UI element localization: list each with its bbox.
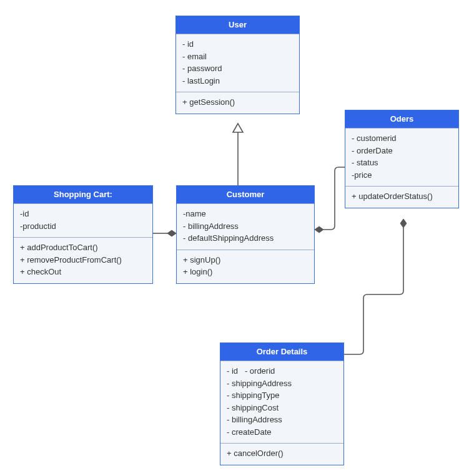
rel-cart-customer xyxy=(153,230,176,236)
attr: - status xyxy=(352,157,452,169)
class-shopping-cart: Shopping Cart: -id -productid + addProdu… xyxy=(13,185,153,284)
methods: + getSession() xyxy=(176,92,299,114)
attributes: - id - orderid - shippingAddress - shipp… xyxy=(220,361,343,443)
method: + checkOut xyxy=(20,266,146,278)
svg-marker-5 xyxy=(400,219,407,228)
method: + addProductToCart() xyxy=(20,241,146,254)
attr: - billingAddress xyxy=(183,220,308,233)
class-customer: Customer -name - billingAddress - defaul… xyxy=(176,185,315,284)
methods: + updateOrderStatus() xyxy=(345,186,458,208)
method: + getSession() xyxy=(182,96,293,109)
method: + removeProductFromCart() xyxy=(20,254,146,266)
attr: - id xyxy=(182,38,293,51)
attr: - orderDate xyxy=(352,145,452,157)
class-title: User xyxy=(176,16,299,34)
rel-customer-user xyxy=(233,124,243,185)
methods: + cancelOrder() xyxy=(220,443,343,465)
method: + signUp() xyxy=(183,254,308,266)
class-title: Oders xyxy=(345,110,458,128)
attr: - email xyxy=(182,51,293,63)
class-user: User - id - email - password - lastLogin… xyxy=(175,16,300,114)
attr: - shippingCost xyxy=(227,402,337,414)
attr: - lastLogin xyxy=(182,75,293,87)
class-order-details: Order Details - id - orderid - shippingA… xyxy=(220,342,344,465)
attr: - createDate xyxy=(227,426,337,439)
methods: + addProductToCart() + removeProductFrom… xyxy=(14,237,152,283)
rel-customer-oders xyxy=(315,167,345,233)
attr: - id - orderid xyxy=(227,365,337,377)
attr: - shippingAddress xyxy=(227,377,337,390)
attr: - shippingType xyxy=(227,389,337,402)
method: + updateOrderStatus() xyxy=(352,190,452,203)
svg-marker-3 xyxy=(167,230,176,236)
attr: - customerid xyxy=(352,132,452,145)
attr: -productid xyxy=(20,220,146,233)
attr: - password xyxy=(182,62,293,75)
attributes: - customerid - orderDate - status -price xyxy=(345,128,458,186)
method: + cancelOrder() xyxy=(227,447,337,460)
attributes: -name - billingAddress - defaultShipping… xyxy=(177,203,314,250)
attributes: - id - email - password - lastLogin xyxy=(176,34,299,92)
attr: -name xyxy=(183,208,308,220)
attr: -id xyxy=(20,208,146,220)
class-title: Customer xyxy=(177,186,314,203)
method: + login() xyxy=(183,266,308,278)
rel-orderdetails-oders xyxy=(344,219,407,354)
attributes: -id -productid xyxy=(14,203,152,237)
class-oders: Oders - customerid - orderDate - status … xyxy=(345,110,459,208)
class-title: Order Details xyxy=(220,343,343,361)
attr: - defaultShippingAddress xyxy=(183,232,308,245)
attr: -price xyxy=(352,169,452,182)
attr: - billingAddress xyxy=(227,414,337,426)
methods: + signUp() + login() xyxy=(177,250,314,283)
svg-marker-4 xyxy=(315,226,323,233)
svg-marker-1 xyxy=(233,124,243,132)
class-title: Shopping Cart: xyxy=(14,186,152,203)
